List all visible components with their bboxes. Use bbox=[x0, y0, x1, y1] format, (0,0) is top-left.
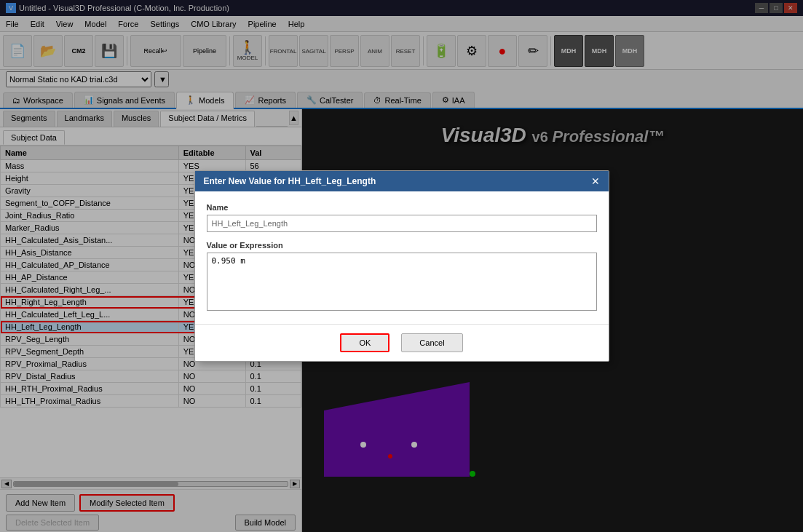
modal-close-button[interactable]: ✕ bbox=[591, 175, 600, 187]
modal-overlay: Enter New Value for HH_Left_Leg_Length ✕… bbox=[0, 0, 803, 532]
modal-body: Name Value or Expression bbox=[195, 191, 609, 324]
value-label: Value or Expression bbox=[207, 241, 597, 250]
modal-dialog: Enter New Value for HH_Left_Leg_Length ✕… bbox=[194, 170, 609, 362]
name-label: Name bbox=[207, 203, 597, 212]
modal-ok-button[interactable]: OK bbox=[340, 333, 389, 352]
value-expression-input[interactable] bbox=[207, 253, 597, 311]
modal-cancel-button[interactable]: Cancel bbox=[401, 333, 462, 352]
modal-title-text: Enter New Value for HH_Left_Leg_Length bbox=[204, 176, 376, 186]
name-input[interactable] bbox=[207, 215, 597, 232]
modal-title-bar: Enter New Value for HH_Left_Leg_Length ✕ bbox=[195, 171, 609, 191]
modal-buttons: OK Cancel bbox=[195, 324, 609, 361]
